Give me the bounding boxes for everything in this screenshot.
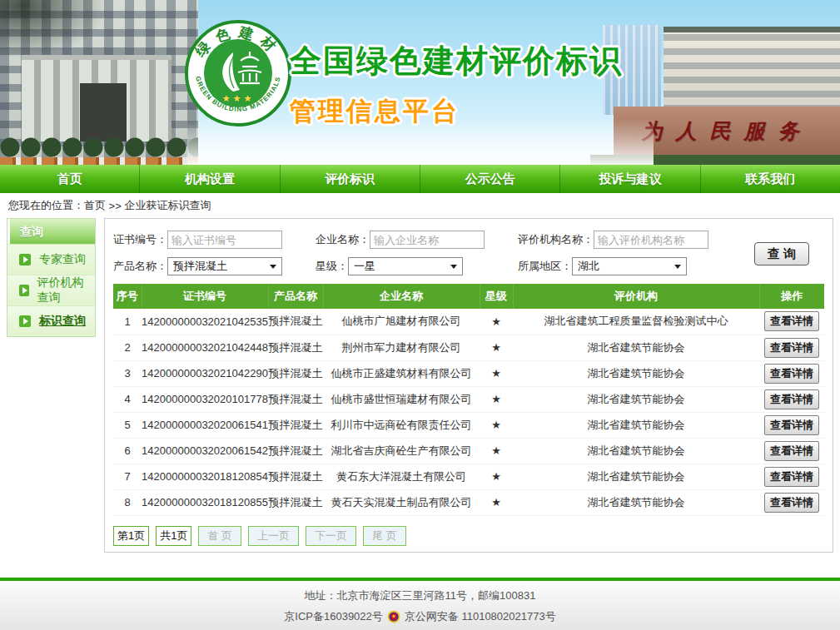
bushes-decoration	[0, 136, 198, 158]
star-cell: ★	[480, 386, 513, 412]
chevron-down-icon	[270, 265, 276, 269]
agency-cell: 湖北省建筑节能协会	[513, 464, 759, 489]
results-table: 序号证书编号产品名称企业名称星级评价机构操作 1 142000000032021…	[113, 284, 824, 516]
svg-text:★★★: ★★★	[222, 93, 255, 103]
main-panel: 证书编号： 企业名称： 评价机构名称： 产品名称： 预拌混凝土	[104, 218, 833, 553]
breadcrumb-current: 企业获证标识查询	[124, 198, 211, 213]
nav-item[interactable]: 首页	[0, 165, 140, 193]
agency-cell: 湖北省建筑节能协会	[513, 360, 759, 386]
nav-item[interactable]: 联系我们	[701, 165, 840, 193]
agency-cell: 湖北省建筑节能协会	[513, 386, 759, 412]
sidebar-item-label: 专家查询	[39, 252, 86, 267]
footer-icp-link[interactable]: 京ICP备16039022号	[284, 609, 383, 624]
main-nav: 首页 机构设置 评价标识 公示公告 投诉与建议 联系我们	[0, 165, 840, 193]
sidebar-item-expert-query[interactable]: 专家查询	[7, 244, 95, 275]
total-pages-indicator: 共1页	[156, 526, 191, 546]
cert-number-group: 证书编号：	[113, 231, 316, 249]
chevron-down-icon	[674, 265, 681, 269]
cert-number-cell: 142000000032021042448	[142, 335, 268, 360]
product-cell: 预拌混凝土	[268, 360, 323, 386]
table-header-cell: 产品名称	[268, 284, 323, 309]
search-button[interactable]: 查 询	[754, 242, 809, 265]
agency-name-group: 评价机构名称：	[518, 231, 733, 249]
breadcrumb: 您现在的位置：首页 >> 企业获证标识查询	[0, 193, 840, 218]
view-details-button[interactable]: 查看详情	[764, 415, 819, 435]
site-title: 全国绿色建材评价标识	[290, 40, 623, 82]
table-row: 7 142000000032018120854 预拌混凝土 黄石东大洋混凝土有限…	[113, 464, 824, 489]
nav-item[interactable]: 公示公告	[420, 165, 560, 193]
view-details-button[interactable]: 查看详情	[764, 338, 819, 358]
region-select[interactable]: 湖北	[572, 257, 687, 275]
view-details-button[interactable]: 查看详情	[764, 364, 819, 384]
table-header-cell: 序号	[113, 284, 142, 309]
product-name-select[interactable]: 预拌混凝土	[167, 257, 282, 275]
product-cell: 预拌混凝土	[268, 464, 323, 489]
company-name-label: 企业名称：	[316, 232, 370, 247]
first-page-button[interactable]: 首 页	[198, 526, 241, 546]
company-cell: 利川市中远商砼有限责任公司	[323, 412, 480, 438]
star-cell: ★	[480, 438, 513, 464]
row-index: 7	[113, 464, 142, 489]
company-cell: 仙桃市盛世恒瑞建材有限公司	[323, 386, 480, 412]
agency-cell: 湖北省建筑节能协会	[513, 412, 759, 438]
agency-cell: 湖北省建筑节能协会	[513, 335, 759, 360]
site-subtitle: 管理信息平台	[290, 94, 623, 129]
star-level-select[interactable]: 一星	[348, 257, 463, 275]
arrow-bullet-icon	[19, 315, 31, 327]
nav-item-label: 投诉与建议	[599, 171, 661, 187]
star-cell: ★	[480, 412, 513, 438]
building-entrance	[80, 83, 127, 141]
region-label: 所属地区：	[518, 259, 572, 274]
company-cell: 黄石东大洋混凝土有限公司	[323, 464, 480, 489]
table-row: 6 142000000032020061542 预拌混凝土 湖北省吉庆商砼生产有…	[113, 438, 824, 464]
view-details-button[interactable]: 查看详情	[764, 389, 819, 409]
cert-number-cell: 142000000032020101778	[142, 386, 268, 412]
row-index: 5	[113, 412, 142, 438]
table-header-cell: 证书编号	[142, 284, 268, 309]
view-details-button[interactable]: 查看详情	[764, 493, 819, 513]
company-name-input[interactable]	[370, 231, 485, 249]
table-row: 1 142000000032021042535 预拌混凝土 仙桃市广旭建材有限公…	[113, 309, 824, 335]
breadcrumb-home-link[interactable]: 首页	[84, 198, 106, 213]
company-cell: 仙桃市正盛建筑材料有限公司	[323, 360, 480, 386]
pagination: 第1页 共1页 首 页 上一页 下一页 尾 页	[113, 526, 824, 546]
stone-sign-text: 为人民服务	[642, 117, 813, 145]
product-cell: 预拌混凝土	[268, 386, 323, 412]
footer: 地址：北京市海淀区三里河路11号，邮编100831 京ICP备16039022号…	[0, 578, 840, 630]
row-index: 3	[113, 360, 142, 386]
view-details-button[interactable]: 查看详情	[764, 441, 819, 461]
view-details-button[interactable]: 查看详情	[764, 467, 819, 487]
nav-item[interactable]: 投诉与建议	[560, 165, 700, 193]
prev-page-button[interactable]: 上一页	[248, 526, 299, 546]
sidebar-item-label-query[interactable]: 标识查询	[7, 305, 95, 336]
star-level-label: 星级：	[316, 259, 348, 274]
sidebar-item-label: 评价机构查询	[37, 275, 95, 305]
breadcrumb-prefix: 您现在的位置：	[8, 198, 84, 213]
cert-number-label: 证书编号：	[113, 232, 167, 247]
nav-item[interactable]: 机构设置	[140, 165, 280, 193]
cert-number-cell: 142000000032018120854	[142, 464, 268, 489]
police-badge-icon	[387, 610, 400, 624]
agency-cell: 湖北省建筑节能协会	[513, 438, 759, 464]
table-header-cell: 企业名称	[323, 284, 480, 309]
chevron-down-icon	[450, 265, 457, 269]
agency-name-input[interactable]	[594, 231, 708, 249]
view-details-button[interactable]: 查看详情	[764, 311, 819, 331]
table-header-cell: 评价机构	[513, 284, 759, 309]
sidebar-item-label: 标识查询	[39, 314, 86, 329]
company-cell: 仙桃市广旭建材有限公司	[323, 309, 480, 335]
sidebar-title: 查询	[7, 219, 95, 244]
row-index: 2	[113, 335, 142, 360]
next-page-button[interactable]: 下一页	[306, 526, 356, 546]
company-name-group: 企业名称：	[316, 231, 518, 249]
table-header-cell: 操作	[759, 284, 824, 309]
nav-item[interactable]: 评价标识	[281, 165, 420, 193]
sidebar-item-agency-query[interactable]: 评价机构查询	[7, 275, 95, 305]
footer-police-link[interactable]: 京公网安备 11010802021773号	[405, 609, 556, 624]
star-cell: ★	[480, 309, 513, 335]
last-page-button[interactable]: 尾 页	[363, 526, 406, 546]
right-building-photo	[664, 27, 840, 112]
sidebar: 查询 专家查询 评价机构查询 标识查询	[7, 218, 96, 337]
cert-number-input[interactable]	[167, 231, 282, 249]
product-cell: 预拌混凝土	[268, 412, 323, 438]
